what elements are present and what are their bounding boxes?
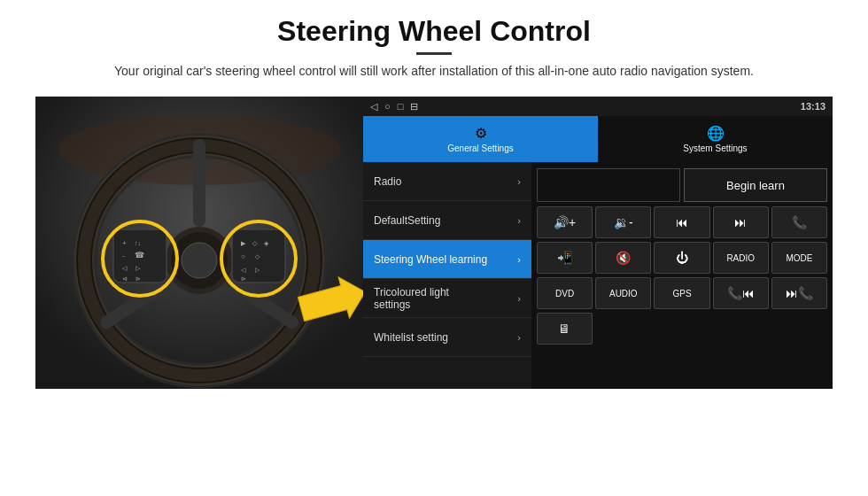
top-row: Begin learn — [537, 167, 827, 203]
menu-item-tricoloured[interactable]: Tricoloured lightsettings › — [363, 279, 531, 318]
vol-up-button[interactable]: 🔊+ — [537, 206, 593, 238]
right-panel: Begin learn 🔊+ 🔉- ⏮ ⏭ 📞 📲 🔇 ⏻ — [531, 162, 833, 389]
dvd-button[interactable]: DVD — [537, 277, 593, 309]
menu-whitelist-label: Whitelist setting — [374, 331, 448, 344]
menu-tricoloured-label: Tricoloured lightsettings — [374, 286, 449, 311]
main-content: Radio › DefaultSetting › Steering Wheel … — [363, 162, 833, 389]
svg-text:⊲: ⊲ — [122, 275, 128, 282]
vol-down-button[interactable]: 🔉- — [595, 206, 651, 238]
menu-steering-label: Steering Wheel learning — [374, 253, 487, 266]
begin-learn-button[interactable]: Begin learn — [684, 168, 827, 202]
gps-button[interactable]: GPS — [654, 277, 709, 309]
status-bar: ◁ ○ □ ⊟ 13:13 — [363, 97, 833, 116]
svg-point-11 — [182, 243, 217, 278]
chevron-icon: › — [517, 215, 521, 226]
control-row-2: 📲 🔇 ⏻ RADIO MODE — [537, 242, 827, 274]
steering-wheel-svg: + ↑↓ - ☎ ◁ ▷ ⊲ ⊳ ▶ ◇ ◈ ○ ◇ ◁ ▷ ⊳ — [35, 97, 363, 389]
android-ui: ◁ ○ □ ⊟ 13:13 ⚙ General Settings 🌐 Syste… — [363, 97, 833, 389]
menu-item-whitelist[interactable]: Whitelist setting › — [363, 318, 531, 357]
tab-system-label: System Settings — [683, 143, 747, 153]
page-title: Steering Wheel Control — [114, 16, 754, 47]
phone-prev-button[interactable]: 📞⏮ — [713, 277, 769, 309]
svg-text:○: ○ — [241, 252, 245, 260]
next-track-button[interactable]: ⏭ — [713, 206, 769, 238]
title-divider — [416, 52, 452, 55]
audio-button[interactable]: AUDIO — [595, 277, 651, 309]
chevron-icon: › — [517, 254, 521, 265]
mode-button[interactable]: MODE — [771, 242, 827, 274]
empty-input-box — [537, 168, 680, 202]
globe-icon: 🌐 — [707, 125, 725, 142]
control-row-3: DVD AUDIO GPS 📞⏮ ⏭📞 — [537, 277, 827, 309]
mute-button[interactable]: 🔇 — [595, 242, 651, 274]
svg-text:+: + — [122, 239, 127, 247]
left-menu: Radio › DefaultSetting › Steering Wheel … — [363, 162, 531, 389]
phone-next-button[interactable]: ⏭📞 — [771, 277, 827, 309]
home-icon[interactable]: ○ — [384, 101, 391, 112]
svg-text:⊳: ⊳ — [241, 275, 246, 282]
chevron-icon: › — [517, 332, 521, 343]
menu-item-radio[interactable]: Radio › — [363, 162, 531, 201]
tab-general-settings[interactable]: ⚙ General Settings — [363, 116, 598, 162]
gear-icon: ⚙ — [475, 125, 487, 142]
power-button[interactable]: ⏻ — [654, 242, 709, 274]
status-nav-icons: ◁ ○ □ ⊟ — [370, 101, 418, 112]
svg-text:☎: ☎ — [135, 251, 144, 260]
tab-system-settings[interactable]: 🌐 System Settings — [598, 116, 833, 162]
svg-text:↑↓: ↑↓ — [135, 240, 141, 246]
prev-track-button[interactable]: ⏮ — [654, 206, 709, 238]
svg-text:⊳: ⊳ — [136, 275, 141, 282]
menu-item-steering-wheel[interactable]: Steering Wheel learning › — [363, 240, 531, 279]
chevron-icon: › — [517, 176, 521, 187]
clock: 13:13 — [801, 101, 825, 112]
tab-general-label: General Settings — [447, 143, 514, 153]
menu-default-label: DefaultSetting — [374, 214, 440, 227]
subtitle: Your original car's steering wheel contr… — [114, 62, 754, 81]
back-icon[interactable]: ◁ — [370, 101, 377, 112]
radio-button[interactable]: RADIO — [713, 242, 769, 274]
chevron-icon: › — [517, 293, 521, 304]
phone-answer-button[interactable]: 📞 — [771, 206, 827, 238]
screen-button[interactable]: 🖥 — [537, 313, 593, 345]
steering-wheel-image: + ↑↓ - ☎ ◁ ▷ ⊲ ⊳ ▶ ◇ ◈ ○ ◇ ◁ ▷ ⊳ — [35, 97, 363, 389]
menu-radio-label: Radio — [374, 175, 401, 188]
menu-icon[interactable]: ⊟ — [410, 101, 418, 112]
content-area: + ↑↓ - ☎ ◁ ▷ ⊲ ⊳ ▶ ◇ ◈ ○ ◇ ◁ ▷ ⊳ — [35, 97, 833, 389]
recent-icon[interactable]: □ — [398, 101, 404, 112]
tab-bar: ⚙ General Settings 🌐 System Settings — [363, 116, 833, 162]
title-section: Steering Wheel Control Your original car… — [114, 16, 754, 81]
control-row-1: 🔊+ 🔉- ⏮ ⏭ 📞 — [537, 206, 827, 238]
svg-text:-: - — [122, 252, 125, 260]
phone-hang-button[interactable]: 📲 — [537, 242, 593, 274]
menu-item-default-setting[interactable]: DefaultSetting › — [363, 201, 531, 240]
control-row-4: 🖥 — [537, 313, 827, 345]
